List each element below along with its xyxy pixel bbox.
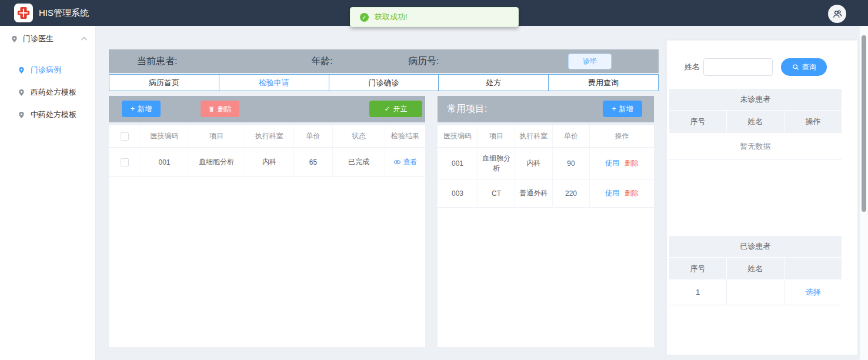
use-item-link[interactable]: 使用 — [605, 188, 619, 198]
users-icon — [832, 8, 843, 20]
delete-exam-button[interactable]: 删除 — [201, 101, 239, 117]
empty-state: 暂无数据 — [669, 132, 842, 159]
success-check-icon: ✓ — [360, 13, 369, 22]
cell-price: 220 — [553, 179, 590, 208]
success-toast: ✓ 获取成功! — [350, 7, 519, 27]
chevron-up-icon — [81, 36, 87, 42]
cell-dept: 内科 — [245, 148, 294, 177]
col-header: 单价 — [294, 125, 333, 148]
scrollbar-thumb[interactable] — [862, 35, 866, 212]
check-icon: ✓ — [384, 105, 390, 113]
cell-dept: 内科 — [515, 148, 553, 179]
cell-name — [727, 279, 784, 305]
view-result-link[interactable]: 查看 — [393, 157, 418, 167]
location-pin-icon — [11, 35, 18, 43]
diagnosed-row: 1 选择 — [669, 279, 842, 305]
name-input[interactable] — [703, 58, 773, 76]
search-icon — [792, 64, 799, 71]
common-table-row: 001 血细胞分析 内科 90 使用 删除 — [438, 148, 654, 179]
add-common-item-button[interactable]: + 新增 — [603, 101, 642, 117]
col-header: 执行科室 — [515, 125, 553, 148]
diagnosed-header: 序号 姓名 — [669, 258, 842, 279]
undiagnosed-header: 序号 姓名 操作 — [669, 111, 842, 132]
patient-info-bar: 当前患者: 年龄: 病历号: 诊毕 — [109, 49, 659, 73]
record-tabs: 病历首页 检验申请 门诊确诊 处方 费用查询 — [109, 74, 659, 91]
common-table-row: 003 CT 普通外科 220 使用 删除 — [438, 179, 654, 208]
age-label: 年龄: — [311, 55, 332, 68]
app-title: HIS管理系统 — [39, 0, 89, 26]
select-patient-link[interactable]: 选择 — [806, 287, 821, 298]
cell-code: 001 — [141, 148, 188, 177]
exam-toolbar: + 新增 删除 ✓ 开立 — [109, 96, 425, 122]
sidebar-item-western-template[interactable]: 西药处方模板 — [0, 81, 95, 104]
col-header: 执行科室 — [245, 125, 294, 148]
finish-diagnosis-button[interactable]: 诊毕 — [568, 54, 612, 69]
common-items-toolbar: 常用项目: + 新增 — [438, 96, 654, 122]
trash-icon — [208, 106, 215, 112]
current-patient-label: 当前患者: — [137, 55, 177, 68]
sidebar-group-label: 门诊医生 — [23, 34, 54, 44]
cell-no: 1 — [669, 279, 727, 305]
search-button[interactable]: 查询 — [781, 58, 827, 76]
col-header: 单价 — [553, 125, 590, 148]
undiagnosed-title: 未诊患者 — [669, 89, 842, 111]
sidebar-submenu: 门诊病例 西药处方模板 中药处方模板 — [0, 59, 95, 126]
scrollbar-track[interactable] — [860, 26, 868, 360]
open-exam-button[interactable]: ✓ 开立 — [369, 101, 422, 117]
name-label: 姓名 — [685, 58, 700, 76]
col-header: 检验结果 — [385, 125, 425, 148]
sidebar-item-chinese-template[interactable]: 中药处方模板 — [0, 104, 95, 126]
use-item-link[interactable]: 使用 — [605, 158, 619, 168]
select-all-checkbox[interactable] — [121, 132, 129, 141]
plus-icon: + — [612, 105, 616, 113]
user-avatar[interactable] — [828, 5, 846, 23]
col-header: 项目 — [478, 125, 515, 148]
cell-code: 001 — [438, 148, 478, 179]
cell-item: 血细胞分析 — [188, 148, 245, 177]
common-table-header: 医技编码 项目 执行科室 单价 操作 — [438, 125, 654, 148]
col-header: 项目 — [188, 125, 245, 148]
app-logo — [14, 4, 33, 22]
cell-price: 90 — [553, 148, 590, 179]
delete-item-link[interactable]: 删除 — [625, 158, 639, 168]
cell-status: 已完成 — [333, 148, 385, 177]
patient-list-panel: 姓名 查询 未诊患者 序号 姓名 操作 暂无数据 已诊患者 序号 姓名 1 选择 — [666, 40, 858, 355]
col-header: 姓名 — [727, 258, 784, 279]
tab-record-home[interactable]: 病历首页 — [109, 74, 219, 91]
diagnosed-patients-table: 已诊患者 序号 姓名 1 选择 — [669, 236, 842, 305]
common-items-table: 医技编码 项目 执行科室 单价 操作 001 血细胞分析 内科 90 使用 删除… — [438, 125, 654, 347]
delete-item-link[interactable]: 删除 — [625, 188, 639, 198]
location-pin-icon — [18, 89, 25, 96]
col-header: 姓名 — [727, 111, 784, 132]
cell-item: 血细胞分析 — [478, 148, 515, 179]
cell-item: CT — [478, 179, 515, 208]
eye-icon — [393, 158, 401, 166]
cell-price: 65 — [294, 148, 333, 177]
sidebar-item-outpatient-case[interactable]: 门诊病例 — [0, 59, 95, 81]
sidebar-item-label: 西药处方模板 — [31, 87, 76, 98]
col-header: 操作 — [784, 111, 842, 132]
exam-table-row: 001 血细胞分析 内科 65 已完成 查看 — [109, 148, 425, 177]
exam-table-header: 医技编码 项目 执行科室 单价 状态 检验结果 — [109, 125, 425, 148]
exam-table: 医技编码 项目 执行科室 单价 状态 检验结果 001 血细胞分析 内科 65 … — [109, 125, 425, 347]
row-checkbox[interactable] — [121, 158, 129, 166]
sidebar-item-label: 中药处方模板 — [31, 109, 76, 120]
col-header: 状态 — [333, 125, 385, 148]
patient-search-row: 姓名 查询 — [667, 58, 857, 76]
col-header: 操作 — [590, 125, 654, 148]
medical-cross-icon — [17, 6, 30, 19]
cell-code: 003 — [438, 179, 478, 208]
undiagnosed-patients-table: 未诊患者 序号 姓名 操作 暂无数据 — [669, 89, 842, 160]
tab-fee-query[interactable]: 费用查询 — [548, 74, 659, 91]
record-no-label: 病历号: — [408, 55, 439, 68]
add-exam-button[interactable]: + 新增 — [122, 101, 161, 117]
col-header: 序号 — [669, 258, 727, 279]
cell-dept: 普通外科 — [515, 179, 553, 208]
tab-prescription[interactable]: 处方 — [438, 74, 549, 91]
sidebar: 门诊医生 门诊病例 西药处方模板 中药处方模板 — [0, 26, 96, 360]
col-header: 医技编码 — [438, 125, 478, 148]
tab-lab-request[interactable]: 检验申请 — [219, 74, 329, 91]
tab-outpatient-diagnosis[interactable]: 门诊确诊 — [329, 74, 439, 91]
sidebar-group-outpatient-doctor[interactable]: 门诊医生 — [0, 26, 95, 52]
location-pin-icon — [18, 111, 25, 119]
